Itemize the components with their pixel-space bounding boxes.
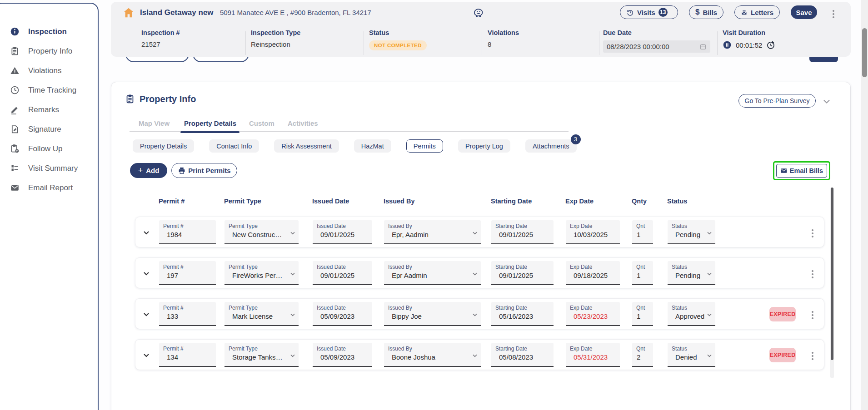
expand-row-chevron-icon[interactable] [142, 310, 151, 319]
row-more-menu[interactable] [812, 228, 813, 239]
pause-icon[interactable] [723, 40, 732, 49]
field-label: Qnt [632, 343, 653, 352]
sidebar-item-label: Visit Summary [28, 164, 78, 173]
qnt-input[interactable]: Qnt 2 [632, 343, 653, 367]
expand-row-chevron-icon[interactable] [142, 228, 151, 237]
status-select[interactable]: Status Pending [668, 220, 715, 244]
row-more-menu[interactable] [812, 351, 813, 361]
field-label: Starting Date [491, 220, 554, 229]
qnt-input[interactable]: Qnt 1 [632, 302, 653, 326]
chevron-down-icon [471, 229, 479, 237]
permit-number-input[interactable]: Permit # 134 [159, 343, 216, 367]
issued-by-select[interactable]: Issued By Boone Joshua [384, 343, 481, 367]
add-label: Add [146, 167, 159, 174]
exp-date-input[interactable]: Exp Date 05/31/2023 [566, 343, 620, 367]
letters-button[interactable]: Letters [734, 5, 780, 19]
sidebar-item-violations[interactable]: Violations [0, 61, 98, 80]
status-select[interactable]: Status Pending [668, 261, 715, 285]
col-starting-date: Starting Date [491, 198, 532, 205]
sidebar-item-signature[interactable]: Signature [0, 119, 98, 139]
sidebar-item-email-report[interactable]: Email Report [0, 178, 98, 198]
exp-date-input[interactable]: Exp Date 05/23/2023 [566, 302, 620, 326]
table-scrollbar-thumb[interactable] [831, 188, 833, 360]
visits-count-badge: 13 [658, 8, 668, 17]
chip-attachments[interactable]: Attachments 3 [525, 139, 577, 153]
issued-date-input[interactable]: Issued Date 05/09/2023 [313, 343, 372, 367]
permit-number-input[interactable]: Permit # 197 [159, 261, 216, 285]
waze-icon[interactable] [473, 7, 484, 18]
row-more-menu[interactable] [812, 310, 813, 321]
issued-date-input[interactable]: Issued Date 09/01/2025 [313, 220, 372, 244]
tab-map-view[interactable]: Map View [139, 119, 170, 127]
col-qnty: Qnty [632, 198, 647, 205]
chip-property-details[interactable]: Property Details [133, 139, 194, 153]
exp-date-input[interactable]: Exp Date 09/18/2025 [566, 261, 620, 285]
chip-permits[interactable]: Permits [406, 139, 443, 153]
expand-row-chevron-icon[interactable] [142, 351, 151, 360]
chip-contact-info[interactable]: Contact Info [209, 139, 259, 153]
permit-row: Permit # 134 Permit Type Storage Tanks &… [135, 339, 824, 370]
starting-date-input[interactable]: Starting Date 09/01/2025 [491, 261, 554, 285]
expand-row-chevron-icon[interactable] [142, 269, 151, 278]
bills-button[interactable]: $ Bills [689, 5, 723, 19]
permit-number-input[interactable]: Permit # 133 [159, 302, 216, 326]
sidebar-item-property-info[interactable]: Property Info [0, 41, 98, 61]
qnt-input[interactable]: Qnt 1 [632, 220, 653, 244]
timer-reset-icon[interactable] [766, 40, 775, 49]
sidebar-item-follow-up[interactable]: Follow Up [0, 139, 98, 158]
tab-activities[interactable]: Activities [288, 119, 318, 127]
sidebar-item-inspection[interactable]: Inspection [0, 22, 98, 41]
header-more-menu[interactable] [833, 9, 834, 20]
visit-duration-field: Visit Duration 00:01:52 [723, 29, 775, 49]
collapse-card-chevron-icon[interactable] [821, 96, 832, 107]
permit-type-select[interactable]: Permit Type FireWorks Permit [224, 261, 299, 285]
issued-date-input[interactable]: Issued Date 09/01/2025 [313, 261, 372, 285]
tab-property-details[interactable]: Property Details [184, 119, 236, 127]
visits-button[interactable]: Visits 13 [620, 5, 678, 19]
divider [245, 31, 246, 55]
permit-type-select[interactable]: Permit Type Storage Tanks & F... [224, 343, 299, 367]
sidebar-item-time-tracking[interactable]: Time Tracking [0, 80, 98, 100]
window-scrollbar[interactable] [861, 0, 868, 410]
starting-date-input[interactable]: Starting Date 05/08/2023 [491, 343, 554, 367]
tab-custom[interactable]: Custom [249, 119, 274, 127]
inspection-number-value: 21527 [141, 40, 180, 48]
due-date-input[interactable]: 08/28/2023 00:00:00 [603, 40, 710, 53]
field-label: Permit Type [224, 220, 299, 229]
field-label: Exp Date [566, 302, 620, 311]
permit-type-select[interactable]: Permit Type New Construction [224, 220, 299, 244]
table-scrollbar[interactable] [830, 188, 834, 378]
email-bills-button[interactable]: Email Bills [776, 164, 827, 178]
permit-type-select[interactable]: Permit Type Mark License [224, 302, 299, 326]
go-to-preplan-survey-button[interactable]: Go To Pre-Plan Survey [738, 94, 816, 108]
chip-hazmat[interactable]: HazMat [354, 139, 391, 153]
home-icon [123, 7, 135, 19]
window-scrollbar-thumb[interactable] [862, 28, 867, 77]
warning-icon [10, 66, 20, 75]
qnt-input[interactable]: Qnt 1 [632, 261, 653, 285]
status-select[interactable]: Status Approved [668, 302, 715, 326]
status-label: Status [369, 29, 427, 36]
exp-date-input[interactable]: Exp Date 10/03/2025 [566, 220, 620, 244]
issued-by-select[interactable]: Issued By Epr, Aadmin [384, 220, 481, 244]
issued-date-input[interactable]: Issued Date 05/09/2023 [313, 302, 372, 326]
row-more-menu[interactable] [812, 269, 813, 280]
starting-date-input[interactable]: Starting Date 05/16/2023 [491, 302, 554, 326]
sidebar-item-remarks[interactable]: Remarks [0, 100, 98, 119]
sidebar-item-visit-summary[interactable]: Visit Summary [0, 158, 98, 178]
issued-by-select[interactable]: Issued By Epr Aadmin [384, 261, 481, 285]
status-select[interactable]: Status Denied [668, 343, 715, 367]
save-button[interactable]: Save [791, 5, 817, 19]
permit-number-input[interactable]: Permit # 1984 [159, 220, 216, 244]
starting-date-input[interactable]: Starting Date 09/01/2025 [491, 220, 554, 244]
calendar-icon[interactable] [699, 43, 707, 50]
history-icon [626, 9, 634, 16]
chip-risk-assessment[interactable]: Risk Assessment [274, 139, 339, 153]
issued-by-select[interactable]: Issued By Bippy Joe [384, 302, 481, 326]
chip-property-log[interactable]: Property Log [458, 139, 510, 153]
card-title: Property Info [140, 94, 196, 104]
print-permits-button[interactable]: Print Permits [171, 163, 237, 178]
field-value: 05/09/2023 [313, 352, 372, 361]
add-permit-button[interactable]: + Add [130, 163, 167, 178]
due-date-label: Due Date [603, 29, 710, 36]
